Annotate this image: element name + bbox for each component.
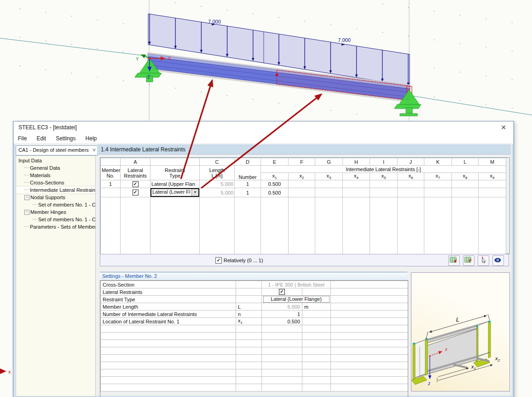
empty-cell[interactable]	[331, 347, 408, 355]
empty-cell[interactable]	[262, 325, 302, 333]
col-letter-j[interactable]: J	[398, 158, 424, 166]
empty-cell[interactable]	[302, 325, 331, 333]
import-excel-button[interactable]	[463, 255, 474, 266]
empty-cell[interactable]	[302, 333, 331, 340]
empty-cell[interactable]	[101, 333, 236, 340]
number-restraints-value[interactable]: 1	[262, 311, 302, 318]
empty-cell[interactable]	[262, 355, 302, 362]
empty-cell[interactable]	[289, 188, 315, 197]
empty-cell[interactable]	[331, 355, 408, 362]
restraint-type-combobox[interactable]: Lateral (Lower Fl ▼	[150, 188, 199, 197]
empty-cell[interactable]	[331, 340, 408, 347]
pick-in-graphic-button[interactable]	[478, 255, 489, 266]
tree-item-input-data[interactable]: Input Data	[16, 157, 95, 164]
empty-cell[interactable]	[101, 347, 236, 355]
dropdown-button[interactable]: ▼	[191, 189, 198, 196]
tree-item-materials[interactable]: Materials	[16, 172, 95, 179]
empty-cell[interactable]	[331, 384, 408, 391]
col-letter-e[interactable]: E	[261, 158, 289, 166]
empty-cell[interactable]	[262, 333, 302, 340]
col-letter-c[interactable]: C	[200, 158, 235, 166]
empty-cell[interactable]	[302, 362, 331, 369]
empty-cell[interactable]	[479, 197, 506, 256]
tree-item-intermediate-lateral-restraints[interactable]: Intermediate Lateral Restraints	[16, 186, 95, 194]
empty-cell[interactable]	[331, 369, 408, 377]
empty-cell[interactable]	[262, 377, 302, 384]
menu-help[interactable]: Help	[81, 134, 101, 142]
empty-cell[interactable]	[101, 369, 236, 377]
tree-item-cross-sections[interactable]: Cross-Sections	[16, 179, 95, 186]
empty-cell[interactable]	[331, 362, 408, 369]
empty-cell[interactable]	[302, 384, 331, 391]
empty-cell[interactable]	[236, 362, 262, 369]
empty-cell[interactable]	[101, 384, 236, 391]
empty-cell[interactable]	[236, 355, 262, 362]
empty-cell[interactable]	[315, 197, 343, 256]
chevron-down-icon[interactable]: ˅	[93, 146, 96, 155]
location-x1-value[interactable]: 0.500	[262, 318, 302, 325]
x1-cell[interactable]: 0.500	[261, 180, 289, 188]
empty-cell[interactable]	[236, 347, 262, 355]
row-header-1[interactable]: 1	[101, 180, 121, 188]
empty-cell[interactable]	[236, 377, 262, 384]
empty-cell[interactable]	[101, 377, 236, 384]
empty-cell[interactable]	[262, 384, 302, 391]
empty-cell[interactable]	[236, 369, 262, 377]
restraint-type-button[interactable]: Lateral (Lower Flange)	[263, 296, 330, 303]
empty-cell[interactable]	[302, 377, 331, 384]
restraint-type-cell[interactable]: Lateral (Upper Flan	[150, 180, 200, 188]
relatively-checkbox[interactable]: ✓	[215, 257, 222, 264]
tree-item-nodal-supports-set[interactable]: Set of members No. 1 - Cor	[16, 201, 95, 208]
export-excel-button[interactable]	[448, 255, 460, 266]
empty-cell[interactable]	[315, 180, 343, 188]
tree-item-general-data[interactable]: General Data	[16, 164, 95, 172]
checkbox-checked[interactable]: ✓	[279, 289, 285, 295]
empty-cell[interactable]	[424, 180, 452, 188]
empty-cell[interactable]	[261, 197, 289, 256]
view-button[interactable]	[492, 255, 504, 266]
checkbox-checked[interactable]: ✓	[133, 181, 139, 187]
empty-cell[interactable]	[101, 340, 236, 347]
x1-cell[interactable]: 0.500	[261, 188, 289, 197]
empty-cell[interactable]	[370, 180, 398, 188]
design-case-selector[interactable]: CA1 - Design of steel members ˅	[16, 145, 98, 155]
empty-cell[interactable]	[398, 188, 424, 197]
col-letter-d[interactable]: D	[235, 158, 261, 166]
empty-cell[interactable]	[289, 180, 315, 188]
empty-cell[interactable]	[262, 347, 302, 355]
empty-cell[interactable]	[424, 188, 452, 197]
empty-cell[interactable]	[343, 180, 370, 188]
menu-edit[interactable]: Edit	[32, 134, 50, 142]
empty-cell[interactable]	[235, 197, 261, 256]
tree-item-parameters-sets[interactable]: Parameters - Sets of Members	[16, 223, 95, 230]
tree-item-member-hinges[interactable]: −Member Hinges	[16, 208, 95, 216]
empty-cell[interactable]	[424, 197, 452, 256]
col-letter-i[interactable]: I	[370, 158, 398, 166]
empty-cell[interactable]	[302, 347, 331, 355]
tree-item-nodal-supports[interactable]: −Nodal Supports	[16, 194, 95, 201]
collapse-icon[interactable]: −	[24, 210, 29, 215]
menu-file[interactable]: File	[14, 134, 31, 142]
empty-cell[interactable]	[452, 188, 479, 197]
close-icon[interactable]: ✕	[497, 123, 509, 132]
empty-cell[interactable]	[121, 197, 150, 256]
empty-cell[interactable]	[343, 188, 370, 197]
col-letter-m[interactable]: M	[479, 158, 506, 166]
empty-cell[interactable]	[302, 340, 331, 347]
empty-cell[interactable]	[370, 197, 398, 256]
title-bar[interactable]: STEEL EC3 - [testdatei] ✕	[14, 121, 513, 134]
empty-cell[interactable]	[101, 197, 121, 256]
menu-settings[interactable]: Settings	[52, 134, 80, 142]
empty-cell[interactable]	[150, 197, 200, 256]
col-letter-k[interactable]: K	[424, 158, 452, 166]
restraint-type-value[interactable]: Lateral (Lower Flange)	[262, 296, 331, 303]
empty-cell[interactable]	[101, 362, 236, 369]
empty-cell[interactable]	[452, 180, 479, 188]
empty-cell[interactable]	[289, 197, 315, 256]
col-letter-f[interactable]: F	[289, 158, 315, 166]
number-cell[interactable]: 1	[235, 180, 261, 188]
number-cell[interactable]: 1	[235, 188, 261, 197]
lateral-restraints-cell[interactable]: ✓	[121, 188, 150, 197]
empty-cell[interactable]	[101, 325, 236, 333]
empty-cell[interactable]	[343, 197, 370, 256]
